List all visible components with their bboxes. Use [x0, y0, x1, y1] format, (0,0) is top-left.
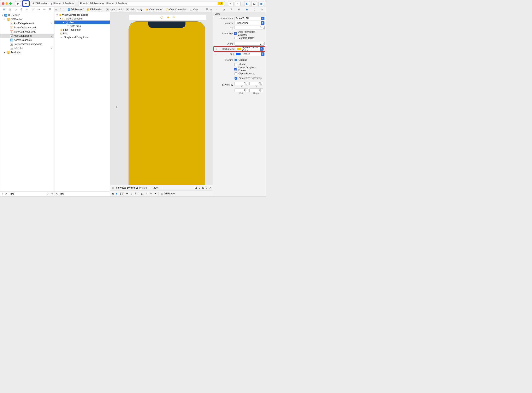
add-attr-button-2[interactable]: +: [214, 53, 217, 56]
review-button[interactable]: ↔: [235, 1, 240, 6]
outline-toggle-button[interactable]: ▥: [112, 186, 114, 189]
background-select[interactable]: System Yellow Color⇅: [236, 47, 264, 51]
jump-project[interactable]: ◎DBReader〉: [67, 8, 86, 11]
file-appdelegate[interactable]: sAppDelegate.swiftM: [0, 21, 54, 25]
safe-area-item[interactable]: ▢Safe Area: [54, 24, 110, 28]
tag-input[interactable]: 0▴▾: [235, 26, 264, 29]
device-view[interactable]: [129, 21, 205, 185]
embed-button[interactable]: ⤵: [206, 186, 207, 189]
related-items-button[interactable]: ⊞: [55, 8, 57, 11]
exit-item[interactable]: ⎘Exit: [54, 32, 110, 35]
help-inspector-tab[interactable]: ?: [230, 8, 232, 11]
filter-input[interactable]: Filter: [9, 192, 14, 196]
debug-tab[interactable]: ⇔: [38, 8, 40, 11]
continue-button[interactable]: ▶: [116, 192, 118, 195]
stop-button[interactable]: ■: [23, 1, 29, 6]
entry-point-item[interactable]: →Storyboard Entry Point: [54, 35, 110, 39]
exit-icon[interactable]: ⎘: [173, 16, 175, 19]
recent-filter-button[interactable]: ⏱: [47, 192, 50, 196]
vc-name-icon[interactable]: ◯: [160, 16, 163, 19]
align-button[interactable]: ⊡: [195, 186, 197, 189]
history-inspector-tab[interactable]: ◔: [223, 8, 225, 11]
stretch-x-input[interactable]: 0▴▾: [235, 82, 248, 85]
toggle-inspector-button[interactable]: ◨: [258, 1, 264, 6]
add-file-button[interactable]: ＋: [1, 192, 4, 196]
hidden-checkbox[interactable]: [235, 63, 237, 66]
zoom-out-button[interactable]: －: [149, 186, 152, 189]
test-tab[interactable]: ◇: [32, 8, 34, 11]
close-window-button[interactable]: [2, 2, 4, 5]
source-control-tab[interactable]: ⊞: [9, 8, 11, 11]
toggle-navigator-button[interactable]: ◧: [244, 1, 250, 6]
zoom-window-button[interactable]: [9, 2, 12, 5]
products-folder[interactable]: ▶▢Products: [0, 50, 54, 54]
scm-filter-button[interactable]: ⊞: [51, 192, 53, 196]
symbol-tab[interactable]: ◇: [15, 8, 17, 11]
resolve-button[interactable]: ⊞: [202, 186, 204, 189]
run-button[interactable]: ▶: [15, 1, 21, 6]
file-launchscreen[interactable]: ▣LaunchScreen.storyboard: [0, 42, 54, 46]
clears-context-checkbox[interactable]: ✓: [234, 68, 237, 70]
forward-button[interactable]: 〉: [62, 8, 67, 11]
scene-root[interactable]: ▼▣View Controller Scene: [54, 13, 110, 17]
debug-toggle-button[interactable]: ▣: [112, 192, 114, 195]
breakpoint-tab[interactable]: ⇥: [43, 8, 46, 11]
step-over-button[interactable]: ⤼: [126, 192, 128, 195]
toggle-debug-button[interactable]: ⬓: [251, 1, 257, 6]
scheme-selector[interactable]: ⚙︎ DBReader 〉 ▮ iPhone 11 Pro Max: [31, 1, 75, 6]
editor-options-button[interactable]: ☰: [206, 8, 208, 11]
semantic-select[interactable]: Unspecified⇅: [235, 21, 264, 25]
group-folder[interactable]: ▼▢DBReader: [0, 17, 54, 21]
issue-tab[interactable]: ⚠: [26, 8, 28, 11]
content-mode-select[interactable]: Scale To Fill⇅: [235, 17, 264, 20]
project-navigator-tab[interactable]: ▤: [3, 8, 5, 11]
user-interaction-checkbox[interactable]: ✓: [234, 32, 237, 35]
view-debug-button[interactable]: ◫: [141, 192, 144, 195]
jump-group[interactable]: ▢DBReader〉: [86, 8, 105, 11]
zoom-in-button[interactable]: ＋: [161, 186, 163, 189]
autoresize-checkbox[interactable]: ✓: [235, 77, 237, 80]
file-viewcontroller[interactable]: sViewController.swift: [0, 30, 54, 34]
size-inspector-tab[interactable]: ▯: [254, 8, 255, 11]
add-editor-button[interactable]: ⊞: [210, 8, 212, 11]
stretch-w-input[interactable]: 1▴▾: [235, 88, 248, 92]
location-button[interactable]: ➤: [154, 192, 156, 195]
report-tab[interactable]: ☰: [49, 8, 52, 11]
attributes-inspector-tab[interactable]: ⬘: [246, 8, 248, 11]
jump-scene[interactable]: ▣View...cene〉: [145, 8, 165, 11]
back-button[interactable]: 〈: [58, 8, 62, 11]
identity-inspector-tab[interactable]: ▣: [238, 8, 240, 11]
debug-target[interactable]: ⊞ DBReader: [161, 192, 175, 195]
tint-select[interactable]: Default⇅: [235, 52, 264, 56]
jump-vc[interactable]: ◯View Controller〉: [165, 8, 189, 11]
project-root[interactable]: ▼◎DBReader: [0, 13, 54, 17]
memory-graph-button[interactable]: ⚛: [145, 192, 148, 195]
file-assets[interactable]: ▦Assets.xcassets: [0, 38, 54, 42]
opaque-checkbox[interactable]: ✓: [235, 59, 237, 61]
environment-button[interactable]: ⚙: [150, 192, 152, 195]
jump-view[interactable]: ▢View: [189, 8, 199, 11]
library-button[interactable]: ＋: [228, 1, 234, 6]
outline-filter-input[interactable]: Filter: [59, 192, 64, 196]
view-item[interactable]: ▼▢View: [54, 20, 110, 24]
find-tab[interactable]: ⚲: [20, 8, 22, 11]
view-as-label[interactable]: View as: iPhone 11 (wC hR): [116, 186, 147, 189]
stretch-y-input[interactable]: 0▴▾: [249, 82, 263, 85]
file-inspector-tab[interactable]: ▫: [216, 8, 217, 11]
step-out-button[interactable]: ⤒: [134, 192, 136, 195]
pause-button[interactable]: ❚❚: [120, 192, 124, 195]
minimize-window-button[interactable]: [6, 2, 8, 5]
file-scenedelegate[interactable]: sSceneDelegate.swift: [0, 25, 54, 30]
connections-inspector-tab[interactable]: ⊙: [261, 8, 263, 11]
add-attr-button[interactable]: +: [215, 48, 218, 51]
jump-base[interactable]: ▣Main...ase)〉: [125, 8, 145, 11]
pin-button[interactable]: ⊟: [198, 186, 201, 189]
file-infoplist[interactable]: ▤Info.plistM: [0, 46, 54, 50]
jump-file[interactable]: ▣Main...oard〉: [105, 8, 125, 11]
file-main-storyboard[interactable]: ▣Main.storyboardM: [0, 34, 54, 38]
canvas-area[interactable]: ◯ ◉ ⎘ →: [110, 12, 213, 185]
alpha-input[interactable]: 1▴▾: [235, 42, 264, 46]
view-controller-item[interactable]: ▼◯View Controller: [54, 17, 110, 20]
first-responder-icon[interactable]: ◉: [167, 16, 169, 19]
warning-badge[interactable]: ⚠ 1: [218, 2, 223, 5]
